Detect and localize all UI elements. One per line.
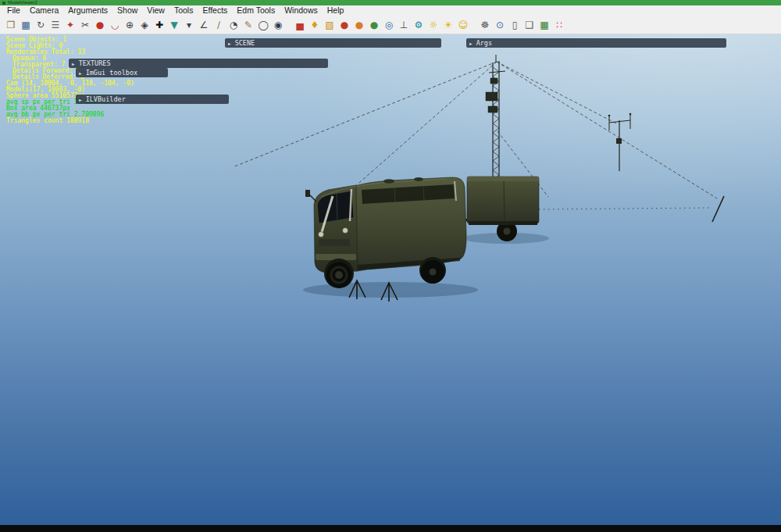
filter-icon[interactable]: ▼ bbox=[167, 18, 181, 32]
grid-icon[interactable]: ▦ bbox=[537, 18, 551, 32]
menu-bar: FileCameraArgumentsShowViewToolsEffectsE… bbox=[0, 5, 781, 16]
crosshair-icon[interactable]: ⊕ bbox=[123, 18, 137, 32]
viewport-3d[interactable]: Scene Objects: 1Scene Lights: 0Renderabl… bbox=[0, 34, 781, 525]
gold-marker-icon[interactable]: ♦ bbox=[308, 18, 322, 32]
save-icon[interactable]: ▦ bbox=[19, 18, 33, 32]
collapse-arrow-icon[interactable]: ▶ bbox=[469, 41, 473, 46]
pencil-icon[interactable]: ✎ bbox=[241, 18, 255, 32]
menu-tools[interactable]: Tools bbox=[169, 5, 198, 16]
app-icon bbox=[2, 2, 5, 5]
debug-line: Triangles count 188918 bbox=[6, 118, 134, 124]
taskbar-strip bbox=[0, 525, 781, 532]
menu-arguments[interactable]: Arguments bbox=[63, 5, 112, 16]
dropdown-icon[interactable]: ▾ bbox=[182, 18, 196, 32]
menu-show[interactable]: Show bbox=[112, 5, 142, 16]
record-icon[interactable]: ● bbox=[93, 18, 107, 32]
antenna-mast bbox=[486, 55, 505, 180]
stats-chart-icon[interactable]: ▅ bbox=[293, 18, 307, 32]
menu-windows[interactable]: Windows bbox=[280, 5, 323, 16]
magnet-icon[interactable]: ◡ bbox=[108, 18, 122, 32]
scene-panel-label: SCENE bbox=[235, 39, 255, 47]
ilvbuilder-panel-label: ILVBuilder bbox=[86, 95, 126, 103]
box-icon[interactable]: ▧ bbox=[323, 18, 337, 32]
sphere-orange-icon[interactable]: ● bbox=[352, 18, 366, 32]
args-panel-label: Args bbox=[476, 39, 492, 47]
window-titlebar[interactable]: ModelViewer2 bbox=[0, 0, 781, 5]
menu-file[interactable]: File bbox=[2, 5, 25, 16]
window-icon[interactable]: ❑ bbox=[522, 18, 537, 32]
dipole-antenna bbox=[608, 113, 632, 171]
measure-icon[interactable]: ∠ bbox=[197, 18, 211, 32]
sphere-green-icon[interactable]: ● bbox=[367, 18, 381, 32]
record-dots-icon[interactable]: ∷ bbox=[552, 18, 566, 32]
debug-overlay: Scene Objects: 1Scene Lights: 0Renderabl… bbox=[6, 37, 134, 124]
imgui-toolbox-panel-label: ImGui toolbox bbox=[86, 69, 138, 77]
ruler-icon[interactable]: ∕ bbox=[212, 18, 226, 32]
van-model bbox=[305, 177, 466, 288]
app-window: ModelViewer2 FileCameraArgumentsShowView… bbox=[0, 0, 781, 532]
menu-view[interactable]: View bbox=[142, 5, 169, 16]
compass-icon[interactable]: ☸ bbox=[478, 18, 492, 32]
protractor-icon[interactable]: ◔ bbox=[226, 18, 241, 32]
globe-icon[interactable]: ◉ bbox=[271, 18, 285, 32]
menu-edm-tools[interactable]: Edm Tools bbox=[232, 5, 280, 16]
args-panel-header[interactable]: ▶ Args bbox=[466, 38, 726, 48]
toolbar: ❐▦↻☰✦✂●◡⊕◈✚▼▾∠∕◔✎◯◉▅♦▧●●●◎⊥⚙☼☀☺☸⊙▯❑▦∷ bbox=[0, 16, 781, 34]
toolbar-separator bbox=[286, 18, 292, 32]
target-icon[interactable]: ◎ bbox=[382, 18, 396, 32]
clipboard-icon[interactable]: ▯ bbox=[508, 18, 522, 32]
ground-wire bbox=[539, 208, 711, 209]
ilvbuilder-panel-header[interactable]: ▶ ILVBuilder bbox=[76, 95, 229, 104]
animation-icon[interactable]: ✦ bbox=[63, 18, 77, 32]
reload-icon[interactable]: ↻ bbox=[34, 18, 48, 32]
open-model-icon[interactable]: ❐ bbox=[4, 18, 18, 32]
textures-panel-label: TEXTURES bbox=[79, 59, 111, 67]
menu-help[interactable]: Help bbox=[323, 5, 349, 16]
smiley-icon[interactable]: ☺ bbox=[456, 18, 470, 32]
menu-effects[interactable]: Effects bbox=[198, 5, 232, 16]
collapse-arrow-icon[interactable]: ▶ bbox=[228, 41, 231, 46]
imgui-toolbox-panel-header[interactable]: ▶ ImGui toolbox bbox=[76, 68, 168, 77]
collapse-arrow-icon[interactable]: ▶ bbox=[79, 70, 82, 76]
axes-icon[interactable]: ⊥ bbox=[397, 18, 411, 32]
scene-panel-header[interactable]: ▶ SCENE bbox=[225, 38, 441, 48]
textures-panel-header[interactable]: ▶ TEXTURES bbox=[69, 59, 328, 68]
inspect-icon[interactable]: ⊙ bbox=[493, 18, 507, 32]
sun-icon[interactable]: ☀ bbox=[441, 18, 455, 32]
move-icon[interactable]: ◈ bbox=[137, 18, 152, 32]
add-box-icon[interactable]: ✚ bbox=[152, 18, 166, 32]
menu-camera[interactable]: Camera bbox=[25, 5, 63, 16]
circle-tool-icon[interactable]: ◯ bbox=[256, 18, 270, 32]
notes-icon[interactable]: ☰ bbox=[48, 18, 62, 32]
ground-stake bbox=[712, 196, 724, 222]
sphere-red-icon[interactable]: ● bbox=[337, 18, 351, 32]
window-title: ModelViewer2 bbox=[8, 0, 37, 5]
cut-icon[interactable]: ✂ bbox=[78, 18, 92, 32]
collapse-arrow-icon[interactable]: ▶ bbox=[79, 97, 82, 102]
lightbulb-icon[interactable]: ☼ bbox=[426, 18, 440, 32]
gear-icon[interactable]: ⚙ bbox=[412, 18, 426, 32]
collapse-arrow-icon[interactable]: ▶ bbox=[72, 61, 75, 66]
toolbar-separator bbox=[471, 18, 477, 32]
